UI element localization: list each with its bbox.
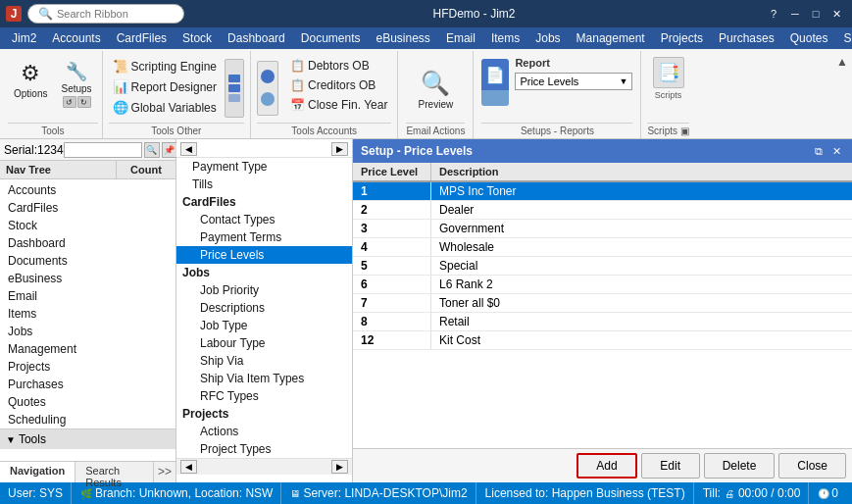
nav-item-items[interactable]: Items xyxy=(0,305,175,323)
table-row[interactable]: 1 MPS Inc Toner xyxy=(353,182,852,201)
setups-button[interactable]: 🔧 Setups ↺ ↻ xyxy=(55,57,97,112)
close-button[interactable]: Close xyxy=(778,453,846,479)
edit-button[interactable]: Edit xyxy=(641,453,700,479)
nav-item-accounts[interactable]: Accounts xyxy=(0,181,175,199)
title-bar-left: J 🔍 xyxy=(6,4,184,24)
preview-button[interactable]: 🔍 Preview xyxy=(413,66,460,114)
setup-item-job-type[interactable]: Job Type xyxy=(176,317,352,334)
setup-item-descriptions[interactable]: Descriptions xyxy=(176,299,352,317)
search-results-tab[interactable]: Search Results xyxy=(75,462,154,482)
nav-item-jobs[interactable]: Jobs xyxy=(0,323,175,340)
setup-item-contact-types[interactable]: Contact Types xyxy=(176,211,352,228)
setup-item-project-types[interactable]: Project Types xyxy=(176,440,352,458)
menu-dashboard[interactable]: Dashboard xyxy=(220,27,293,49)
serial-search-button[interactable]: 🔍 xyxy=(144,142,160,158)
price-level-cell: 1 xyxy=(353,182,431,200)
global-variables-button[interactable]: 🌐 Global Variables xyxy=(109,98,221,117)
maximize-button[interactable]: □ xyxy=(806,5,826,23)
creditors-ob-button[interactable]: 📋 Creditors OB xyxy=(286,76,391,94)
table-row[interactable]: 7 Toner all $0 xyxy=(353,294,852,313)
nav-item-ebusiness[interactable]: eBusiness xyxy=(0,270,175,287)
nav-item-dashboard[interactable]: Dashboard xyxy=(0,234,175,252)
description-column-header: Description xyxy=(431,163,852,180)
menu-cardfiles[interactable]: CardFiles xyxy=(109,27,175,49)
setup-item-price-levels[interactable]: Price Levels xyxy=(176,246,352,264)
serial-pin-button[interactable]: 📌 xyxy=(162,142,177,158)
window-title: HFDemo - Jim2 xyxy=(184,7,764,21)
nav-item-documents[interactable]: Documents xyxy=(0,252,175,270)
menu-email[interactable]: Email xyxy=(438,27,483,49)
serial-search-input[interactable] xyxy=(64,142,142,158)
menu-scheduling[interactable]: Scheduling xyxy=(835,27,852,49)
setup-item-ship-via-item-types[interactable]: Ship Via Item Types xyxy=(176,370,352,387)
setup-item-payment-terms[interactable]: Payment Terms xyxy=(176,228,352,246)
nav-tabs: Navigation Search Results >> xyxy=(0,461,175,482)
price-level-cell: 6 xyxy=(353,276,431,293)
setup-item-payment-type[interactable]: Payment Type xyxy=(176,158,352,176)
menu-projects[interactable]: Projects xyxy=(653,27,711,49)
setup-item-ship-via[interactable]: Ship Via xyxy=(176,352,352,370)
options-button[interactable]: ⚙ Options xyxy=(8,57,53,103)
nav-item-scheduling[interactable]: Scheduling xyxy=(0,411,175,428)
nav-tabs-expand-arrow[interactable]: >> xyxy=(154,462,175,482)
nav-item-stock[interactable]: Stock xyxy=(0,217,175,234)
table-row[interactable]: 5 Special xyxy=(353,257,852,276)
menu-jim2[interactable]: Jim2 xyxy=(4,27,44,49)
close-button[interactable]: ✕ xyxy=(827,5,846,23)
table-row[interactable]: 3 Government xyxy=(353,220,852,238)
table-header: Price Level Description xyxy=(353,163,852,182)
report-dropdown[interactable]: Price Levels ▼ xyxy=(515,73,632,90)
delete-button[interactable]: Delete xyxy=(704,453,776,479)
scripting-engine-button[interactable]: 📜 Scripting Engine xyxy=(109,57,221,76)
description-cell: Kit Cost xyxy=(431,331,852,349)
menu-purchases[interactable]: Purchases xyxy=(711,27,782,49)
tools-section-expand[interactable]: ▼ Tools xyxy=(0,428,175,449)
setup-item-job-priority[interactable]: Job Priority xyxy=(176,281,352,299)
setup-section-jobs: Jobs xyxy=(176,264,352,281)
nav-item-purchases[interactable]: Purchases xyxy=(0,376,175,393)
panel-close-button[interactable]: ✕ xyxy=(828,143,844,159)
nav-item-projects[interactable]: Projects xyxy=(0,358,175,376)
setup-tree-scroll-left[interactable]: ◀ xyxy=(180,142,197,156)
setup-item-rfc-types[interactable]: RFC Types xyxy=(176,387,352,405)
nav-item-management[interactable]: Management xyxy=(0,340,175,358)
debtors-ob-button[interactable]: 📋 Debtors OB xyxy=(286,57,391,75)
ribbon-search-box[interactable]: 🔍 xyxy=(27,4,184,24)
setup-item-actions[interactable]: Actions xyxy=(176,423,352,440)
setup-tree-scroll-right[interactable]: ▶ xyxy=(331,142,348,156)
table-row[interactable]: 8 Retail xyxy=(353,313,852,331)
close-fin-year-button[interactable]: 📅 Close Fin. Year xyxy=(286,96,391,114)
setup-tree-horiz-scroll-right[interactable]: ▶ xyxy=(331,460,348,474)
menu-jobs[interactable]: Jobs xyxy=(527,27,568,49)
add-button[interactable]: Add xyxy=(576,453,636,479)
nav-item-email[interactable]: Email xyxy=(0,287,175,305)
setup-item-tills[interactable]: Tills xyxy=(176,176,352,193)
till-icon: 🖨 xyxy=(725,488,734,499)
minimize-button[interactable]: ─ xyxy=(785,5,805,23)
table-row[interactable]: 4 Wholesale xyxy=(353,238,852,257)
table-row[interactable]: 6 L6 Rank 2 xyxy=(353,276,852,294)
price-levels-panel: Setup - Price Levels ⧉ ✕ Price Level Des… xyxy=(353,139,852,482)
menu-items[interactable]: Items xyxy=(483,27,527,49)
menu-accounts[interactable]: Accounts xyxy=(44,27,108,49)
price-level-cell: 3 xyxy=(353,220,431,237)
panel-title: Setup - Price Levels ⧉ ✕ xyxy=(353,139,852,163)
menu-ebusiness[interactable]: eBusiness xyxy=(369,27,438,49)
menu-stock[interactable]: Stock xyxy=(175,27,220,49)
navigation-tab[interactable]: Navigation xyxy=(0,462,75,482)
ribbon-collapse-button[interactable]: ▲ xyxy=(836,55,848,69)
report-designer-button[interactable]: 📊 Report Designer xyxy=(109,77,221,96)
nav-item-cardfiles[interactable]: CardFiles xyxy=(0,199,175,217)
menu-quotes[interactable]: Quotes xyxy=(782,27,836,49)
help-button[interactable]: ? xyxy=(764,5,783,23)
panel-restore-button[interactable]: ⧉ xyxy=(811,143,827,159)
table-row[interactable]: 2 Dealer xyxy=(353,201,852,220)
search-input[interactable] xyxy=(57,8,175,20)
branch-icon: 🌿 xyxy=(80,488,92,499)
menu-documents[interactable]: Documents xyxy=(293,27,369,49)
setup-item-labour-type[interactable]: Labour Type xyxy=(176,334,352,352)
table-row[interactable]: 12 Kit Cost xyxy=(353,331,852,350)
menu-management[interactable]: Management xyxy=(569,27,653,49)
nav-item-quotes[interactable]: Quotes xyxy=(0,393,175,411)
setup-tree-horiz-scroll-left[interactable]: ◀ xyxy=(180,460,197,474)
